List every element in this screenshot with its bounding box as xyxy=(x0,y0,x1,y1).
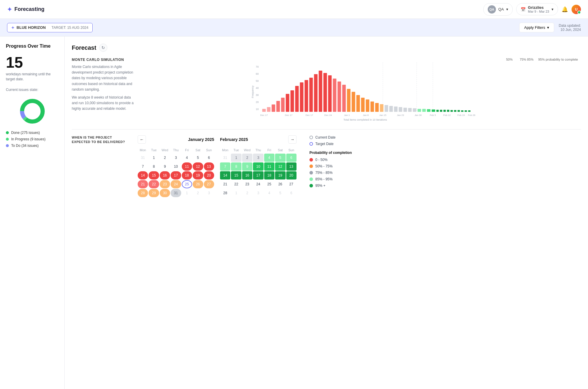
day-header-sat: Sat xyxy=(193,147,203,153)
feb-header: February 2025 → xyxy=(220,135,297,144)
cal-day: 27 xyxy=(204,180,214,188)
project-dates: Mar 9 - Mar 23 xyxy=(528,10,549,13)
january-calendar: ← January 2025 Mon Tue Wed Thu Fri Sat S… xyxy=(138,135,214,197)
jan-header: ← January 2025 xyxy=(138,135,214,144)
day-header-wed: Wed xyxy=(242,147,252,153)
svg-text:Jan 1: Jan 1 xyxy=(344,114,350,117)
jan-grid: Mon Tue Wed Thu Fri Sat Sun 31 1 2 3 4 5 xyxy=(138,147,214,197)
prob-50-75-label: 50% - 75% xyxy=(315,164,333,168)
team-dropdown[interactable]: QA QA ▾ xyxy=(483,3,513,16)
svg-rect-44 xyxy=(399,107,402,112)
team-chevron-icon: ▾ xyxy=(506,7,508,11)
legend-target-date: Target Date xyxy=(309,142,352,146)
legend-0-50: 0 - 50% xyxy=(309,158,352,162)
cal-day: 20 xyxy=(286,171,297,179)
svg-text:60: 60 xyxy=(256,72,259,75)
cal-day: 12 xyxy=(275,162,285,171)
refresh-button[interactable]: ↻ xyxy=(99,44,107,52)
cal-day: 9 xyxy=(160,162,170,171)
apply-filters-button[interactable]: Apply Filters ▾ xyxy=(519,23,554,32)
legend-85-95: 85% - 95% xyxy=(309,177,352,181)
notification-bell-icon[interactable]: 🔔 xyxy=(562,6,568,13)
svg-rect-43 xyxy=(394,107,398,112)
svg-rect-58 xyxy=(458,110,460,112)
day-header-thu: Thu xyxy=(171,147,181,153)
cal-day: 21 xyxy=(220,180,230,188)
legend-in-progress-dot xyxy=(6,138,9,141)
cal-day: 23 xyxy=(160,180,170,188)
calendars-wrapper: ← January 2025 Mon Tue Wed Thu Fri Sat S… xyxy=(138,135,297,197)
legend-in-progress-label: In Progress (9 issues) xyxy=(11,137,46,141)
day-header-sun: Sun xyxy=(286,147,297,153)
add-project-icon: + xyxy=(11,25,14,30)
svg-rect-27 xyxy=(319,71,322,112)
legend-done: Done (275 issues) xyxy=(6,131,59,135)
svg-rect-51 xyxy=(432,109,435,112)
project-tag[interactable]: + BLUE HORIZON TARGET: 15 AUG 2024 xyxy=(7,23,93,32)
svg-rect-37 xyxy=(366,99,369,112)
calendar-section: WHEN IS THE PROJECT EXPECTED TO BE DELIV… xyxy=(72,135,581,197)
feb-month-label: February 2025 xyxy=(220,137,248,142)
svg-text:Jan 23: Jan 23 xyxy=(397,114,404,117)
svg-rect-19 xyxy=(281,98,285,112)
jan-month-label: January 2025 xyxy=(188,137,214,142)
cal-day: 8 xyxy=(231,162,241,171)
cal-day: 23 xyxy=(242,180,252,188)
svg-rect-20 xyxy=(286,94,289,112)
current-issues-label: Current issues state: xyxy=(6,88,59,92)
prev-month-button[interactable]: ← xyxy=(138,135,146,144)
prob-85-95-dot xyxy=(309,177,313,181)
cal-day: 24 xyxy=(253,180,263,188)
svg-rect-15 xyxy=(262,109,266,112)
legend-95-plus: 95% + xyxy=(309,184,352,188)
chart-area: 50% 75% 85% 95% probability to complete … xyxy=(144,58,581,122)
prob-75-85-dot xyxy=(309,171,313,174)
next-month-button[interactable]: → xyxy=(288,135,297,144)
svg-rect-24 xyxy=(305,80,308,112)
svg-rect-18 xyxy=(276,101,280,112)
header: ✦ Forecasting QA QA ▾ 📅 Grizzlies Mar 9 … xyxy=(0,0,588,19)
prob-50: 50% xyxy=(506,58,513,61)
sub-header: + BLUE HORIZON TARGET: 15 AUG 2024 Apply… xyxy=(0,19,588,36)
avatar[interactable]: U xyxy=(572,5,581,14)
svg-text:20: 20 xyxy=(256,101,259,104)
svg-text:Jan 8: Jan 8 xyxy=(363,114,369,117)
svg-rect-54 xyxy=(444,110,446,112)
svg-rect-57 xyxy=(454,110,457,112)
cal-day: 3 xyxy=(204,189,214,197)
svg-rect-39 xyxy=(375,103,379,112)
project-dropdown[interactable]: 📅 Grizzlies Mar 9 - Mar 23 ▾ xyxy=(516,3,558,15)
svg-rect-56 xyxy=(451,110,453,112)
cal-day: 1 xyxy=(231,189,241,197)
svg-text:Dec 17: Dec 17 xyxy=(306,114,313,117)
svg-text:70: 70 xyxy=(256,65,259,68)
svg-text:40: 40 xyxy=(256,87,259,89)
prob-75: 75% 85% xyxy=(520,58,534,61)
main-content: Progress Over Time 15 workdays remaining… xyxy=(0,36,588,389)
cal-day: 6 xyxy=(286,189,297,197)
svg-rect-22 xyxy=(295,86,299,112)
cal-day: 18 xyxy=(182,171,192,179)
calendar-icon: 📅 xyxy=(521,7,526,12)
svg-rect-33 xyxy=(347,89,351,112)
svg-text:10: 10 xyxy=(256,108,259,111)
svg-rect-17 xyxy=(272,104,275,112)
cal-day: 14 xyxy=(138,171,148,179)
svg-text:Frequency: Frequency xyxy=(251,85,254,98)
apply-filters-label: Apply Filters xyxy=(524,25,545,30)
cal-day: 10 xyxy=(171,162,181,171)
target-date-dot xyxy=(309,142,313,146)
cal-day: 4 xyxy=(264,189,274,197)
cal-day: 31 xyxy=(138,154,148,162)
app-logo: ✦ Forecasting xyxy=(7,6,479,13)
cal-day: 8 xyxy=(149,162,159,171)
monte-carlo-text: MONTE CARLO SIMULATION Monte Carlo simul… xyxy=(72,58,136,122)
probability-legend-title: Probability of completion xyxy=(309,151,352,155)
cal-day: 22 xyxy=(149,180,159,188)
cal-day: 3 xyxy=(253,189,263,197)
svg-rect-41 xyxy=(385,105,388,112)
donut-chart xyxy=(6,97,59,126)
svg-rect-23 xyxy=(300,82,304,112)
svg-text:30: 30 xyxy=(256,94,259,97)
day-header-mon: Mon xyxy=(138,147,148,153)
